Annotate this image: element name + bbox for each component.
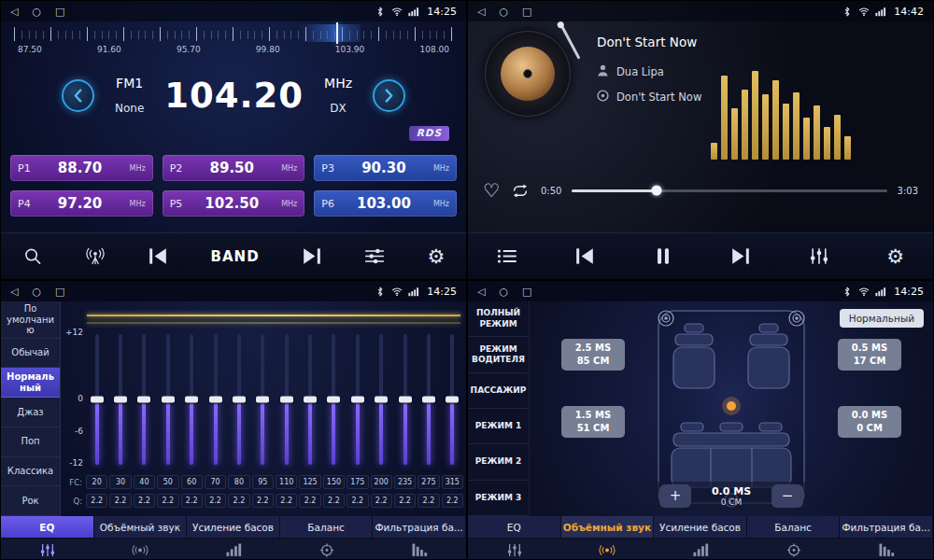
seek-knob[interactable]: [652, 186, 662, 196]
eq-slider-knob[interactable]: [185, 397, 198, 403]
eq-slider-knob[interactable]: [162, 397, 175, 403]
delay-front-left-button[interactable]: 2.5 MS 85 CM: [561, 339, 625, 371]
surround-mode-3[interactable]: ПАССАЖИР: [468, 373, 529, 409]
equalizer-button[interactable]: [805, 244, 833, 269]
back-icon[interactable]: ◁: [477, 287, 485, 297]
eq-slider-knob[interactable]: [327, 397, 340, 403]
balance-icon[interactable]: [280, 539, 374, 560]
eq-slider-knob[interactable]: [375, 397, 388, 403]
radio-preset-p1[interactable]: P188.70MHz: [10, 155, 153, 181]
radio-preset-p2[interactable]: P289.50MHz: [163, 155, 305, 181]
eq-band-slider-315[interactable]: [441, 329, 464, 469]
back-icon[interactable]: ◁: [10, 7, 18, 17]
settings-gear-button[interactable]: ⚙: [883, 243, 908, 270]
eq-slider-knob[interactable]: [422, 397, 435, 403]
home-icon[interactable]: ○: [499, 7, 508, 17]
radio-preset-p4[interactable]: P497.20MHz: [10, 190, 153, 217]
settings-gear-button[interactable]: ⚙: [423, 243, 448, 270]
tab-bass-boost[interactable]: Усиление басов: [187, 516, 280, 538]
eq-slider-knob[interactable]: [233, 397, 246, 403]
eq-band-slider-95[interactable]: [251, 329, 275, 469]
eq-slider-knob[interactable]: [280, 397, 293, 403]
audio-settings-button[interactable]: [361, 244, 389, 269]
pause-button[interactable]: [649, 244, 677, 269]
filter-icon[interactable]: [840, 539, 933, 560]
seek-bar[interactable]: [572, 189, 886, 192]
tab-balance[interactable]: Баланс: [280, 516, 374, 538]
delay-rear-right-button[interactable]: 0.0 MS 0 CM: [838, 406, 901, 438]
tab-filter[interactable]: Фильтрация ба...: [373, 516, 466, 538]
surround-mode-6[interactable]: РЕЖИМ 3: [468, 481, 529, 516]
eq-preset-item[interactable]: По умолчанию: [1, 301, 60, 339]
surround-mode-5[interactable]: РЕЖИМ 2: [468, 444, 529, 480]
back-icon[interactable]: ◁: [10, 287, 18, 297]
tab-surround-sound[interactable]: Объёмный звук: [561, 516, 655, 538]
band-button[interactable]: BAND: [207, 245, 263, 269]
delay-decrease-button[interactable]: −: [771, 484, 803, 508]
home-icon[interactable]: ○: [32, 287, 41, 297]
delay-rear-left-button[interactable]: 1.5 MS 51 CM: [561, 406, 625, 438]
eq-band-slider-110[interactable]: [275, 329, 298, 469]
surround-mode-1[interactable]: ПОЛНЫЙ РЕЖИМ: [468, 301, 529, 337]
delay-front-right-button[interactable]: 0.5 MS 17 CM: [838, 339, 901, 371]
eq-band-slider-125[interactable]: [298, 329, 321, 469]
surround-sound-icon[interactable]: [561, 539, 655, 560]
eq-icon[interactable]: [1, 539, 94, 560]
recents-icon[interactable]: □: [55, 7, 64, 17]
next-track-button[interactable]: [727, 244, 755, 269]
eq-icon[interactable]: [468, 539, 561, 560]
eq-preset-item[interactable]: Джаз: [1, 398, 60, 427]
eq-slider-knob[interactable]: [351, 397, 364, 403]
recents-icon[interactable]: □: [55, 287, 64, 297]
radio-preset-p5[interactable]: P5102.50MHz: [163, 190, 305, 217]
home-icon[interactable]: ○: [32, 7, 41, 17]
radio-preset-p3[interactable]: P390.30MHz: [314, 155, 457, 181]
eq-slider-knob[interactable]: [446, 397, 459, 403]
eq-band-slider-20[interactable]: [85, 329, 108, 469]
tab-eq[interactable]: EQ: [1, 516, 94, 538]
eq-preset-item[interactable]: Поп: [1, 427, 60, 457]
eq-band-slider-60[interactable]: [180, 329, 204, 469]
filter-icon[interactable]: [373, 539, 466, 560]
tab-surround-sound[interactable]: Объёмный звук: [94, 516, 188, 538]
search-button[interactable]: [19, 244, 47, 269]
surround-mode-4[interactable]: РЕЖИМ 1: [468, 409, 529, 444]
eq-slider-knob[interactable]: [399, 397, 412, 403]
eq-band-slider-150[interactable]: [322, 329, 346, 469]
eq-slider-knob[interactable]: [209, 397, 222, 403]
bass-boost-icon[interactable]: [187, 539, 280, 560]
eq-preset-item[interactable]: Обычай: [1, 339, 60, 369]
eq-band-slider-30[interactable]: [108, 329, 132, 469]
repeat-button[interactable]: [510, 184, 531, 198]
eq-slider-knob[interactable]: [137, 397, 150, 403]
recents-icon[interactable]: □: [522, 287, 531, 297]
delay-increase-button[interactable]: +: [659, 484, 691, 508]
eq-preset-item[interactable]: Нормальный: [1, 368, 60, 398]
eq-preset-item[interactable]: Классика: [1, 457, 60, 487]
tab-filter[interactable]: Фильтрация ба...: [840, 516, 933, 538]
radio-preset-p6[interactable]: P6103.00MHz: [314, 190, 457, 217]
eq-preset-item[interactable]: Рок: [1, 486, 60, 516]
eq-band-slider-235[interactable]: [393, 329, 417, 469]
listening-position-dot[interactable]: [727, 401, 736, 411]
eq-band-slider-50[interactable]: [156, 329, 179, 469]
next-station-button[interactable]: [298, 244, 326, 269]
broadcast-icon[interactable]: [81, 244, 109, 269]
surround-sound-icon[interactable]: [94, 539, 188, 560]
eq-band-slider-175[interactable]: [346, 329, 369, 469]
balance-icon[interactable]: [747, 539, 841, 560]
tab-balance[interactable]: Баланс: [747, 516, 841, 538]
tune-up-button[interactable]: [373, 79, 405, 112]
recents-icon[interactable]: □: [522, 7, 531, 17]
eq-slider-knob[interactable]: [304, 397, 317, 403]
eq-band-slider-275[interactable]: [417, 329, 440, 469]
eq-slider-knob[interactable]: [256, 397, 269, 403]
tune-down-button[interactable]: [62, 79, 94, 112]
previous-station-button[interactable]: [144, 244, 172, 269]
surround-preset-button[interactable]: Нормальный: [840, 309, 924, 328]
surround-mode-2[interactable]: РЕЖИМ ВОДИТЕЛЯ: [468, 337, 529, 372]
eq-slider-knob[interactable]: [114, 397, 127, 403]
eq-slider-knob[interactable]: [91, 397, 104, 403]
playlist-button[interactable]: [493, 244, 521, 269]
favorite-button[interactable]: ♡: [483, 181, 500, 200]
